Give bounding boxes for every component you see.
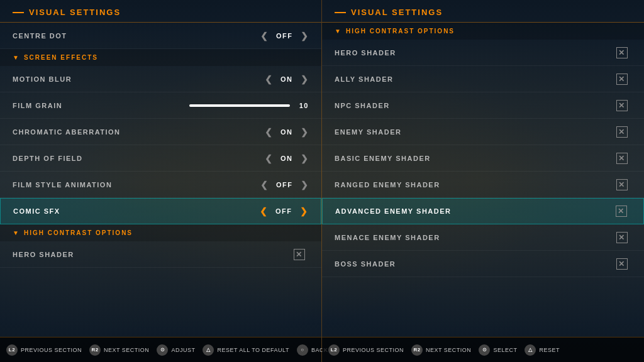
hero-shader-label-right: HERO SHADER	[335, 49, 613, 57]
setting-basic-enemy-shader[interactable]: BASIC ENEMY SHADER ✕	[322, 145, 644, 172]
setting-advanced-enemy-shader[interactable]: ADVANCED ENEMY SHADER ✕	[322, 198, 644, 224]
high-contrast-label-left: HIGH CONTRAST OPTIONS	[24, 229, 133, 236]
ally-shader-x: ✕	[616, 74, 628, 85]
menace-enemy-shader-label: MENACE ENEMY SHADER	[335, 234, 613, 241]
boss-shader-checkbox[interactable]: ✕	[613, 258, 631, 270]
setting-chromatic-aberration[interactable]: CHROMATIC ABERRATION ❮ ON ❯	[0, 119, 321, 145]
film-style-animation-label: FILM STYLE ANIMATION	[13, 181, 260, 189]
setting-motion-blur[interactable]: MOTION BLUR ❮ ON ❯	[0, 66, 321, 92]
high-contrast-label-right: HIGH CONTRAST OPTIONS	[346, 28, 455, 35]
film-style-animation-val: OFF	[276, 181, 293, 189]
chromatic-aberration-value: ❮ ON ❯	[265, 127, 309, 137]
setting-hero-shader-left[interactable]: HERO SHADER ✕	[0, 241, 321, 268]
hero-shader-checkbox-right[interactable]: ✕	[613, 47, 631, 58]
setting-boss-shader[interactable]: BOSS SHADER ✕	[322, 251, 644, 277]
right-panel: VISUAL SETTINGS ▼ HIGH CONTRAST OPTIONS …	[322, 0, 644, 362]
motion-blur-value: ❮ ON ❯	[265, 74, 309, 84]
centre-dot-val: OFF	[276, 32, 293, 40]
high-contrast-header-right: ▼ HIGH CONTRAST OPTIONS	[322, 23, 644, 40]
setting-menace-enemy-shader[interactable]: MENACE ENEMY SHADER ✕	[322, 224, 644, 251]
left-prev-section[interactable]: L2 PREVIOUS SECTION	[6, 344, 82, 356]
right-reset[interactable]: △ RESET	[525, 344, 560, 356]
left-reset-label: RESET ALL TO DEFAULT	[217, 347, 289, 353]
motion-blur-arrow-right[interactable]: ❯	[301, 74, 309, 84]
hero-shader-checkbox-left[interactable]: ✕	[290, 249, 309, 260]
film-grain-track[interactable]	[189, 104, 290, 107]
left-panel-title: VISUAL SETTINGS	[0, 0, 321, 23]
npc-shader-checkbox[interactable]: ✕	[613, 100, 631, 111]
setting-ally-shader[interactable]: ALLY SHADER ✕	[322, 66, 644, 92]
left-adjust[interactable]: ⊙ ADJUST	[157, 344, 195, 356]
film-grain-value: 10	[296, 102, 309, 109]
film-grain-label: FILM GRAIN	[13, 102, 161, 109]
setting-hero-shader-right[interactable]: HERO SHADER ✕	[322, 40, 644, 66]
film-grain-fill	[189, 104, 290, 107]
r-select-badge: ⊙	[479, 344, 490, 356]
basic-enemy-shader-x: ✕	[616, 153, 628, 164]
setting-depth-of-field[interactable]: DEPTH OF FIELD ❮ ON ❯	[0, 145, 321, 172]
motion-blur-label: MOTION BLUR	[13, 75, 265, 83]
right-next-section[interactable]: R2 NEXT SECTION	[411, 344, 471, 356]
right-reset-label: RESET	[539, 347, 560, 353]
right-select[interactable]: ⊙ SELECT	[479, 344, 517, 356]
left-bottom-bar: L2 PREVIOUS SECTION R2 NEXT SECTION ⊙ AD…	[0, 337, 321, 362]
comic-sfx-arrow-left[interactable]: ❮	[260, 206, 269, 216]
centre-dot-arrow-left[interactable]: ❮	[260, 31, 269, 41]
film-style-animation-arrow-left[interactable]: ❮	[260, 180, 269, 190]
hero-shader-x-right: ✕	[616, 47, 628, 58]
high-contrast-header-left: ▼ HIGH CONTRAST OPTIONS	[0, 224, 321, 241]
comic-sfx-val: OFF	[275, 207, 292, 215]
chromatic-aberration-arrow-right[interactable]: ❯	[301, 127, 309, 137]
enemy-shader-checkbox[interactable]: ✕	[613, 126, 631, 138]
high-contrast-arrow-right: ▼	[335, 28, 342, 35]
setting-centre-dot[interactable]: CENTRE DOT ❮ OFF ❯	[0, 23, 321, 49]
right-panel-title: VISUAL SETTINGS	[322, 0, 644, 23]
advanced-enemy-shader-checkbox[interactable]: ✕	[612, 206, 631, 217]
comic-sfx-label: COMIC SFX	[13, 207, 260, 215]
screen-effects-header: ▼ SCREEN EFFECTS	[0, 49, 321, 66]
centre-dot-label: CENTRE DOT	[13, 32, 260, 40]
hero-shader-label-left: HERO SHADER	[13, 251, 290, 258]
comic-sfx-arrow-right[interactable]: ❯	[300, 206, 309, 216]
right-settings-content: ▼ HIGH CONTRAST OPTIONS HERO SHADER ✕ AL…	[322, 23, 644, 362]
setting-film-style-animation[interactable]: FILM STYLE ANIMATION ❮ OFF ❯	[0, 172, 321, 198]
right-prev-section[interactable]: L2 PREVIOUS SECTION	[328, 344, 404, 356]
l2-badge: L2	[6, 344, 18, 356]
ranged-enemy-shader-x: ✕	[616, 179, 628, 190]
left-adjust-label: ADJUST	[171, 347, 195, 353]
ally-shader-checkbox[interactable]: ✕	[613, 74, 631, 85]
r-r2-badge: R2	[411, 344, 423, 356]
centre-dot-value: ❮ OFF ❯	[260, 31, 309, 41]
depth-of-field-arrow-right[interactable]: ❯	[301, 153, 309, 163]
motion-blur-arrow-left[interactable]: ❮	[265, 74, 274, 84]
centre-dot-arrow-right[interactable]: ❯	[301, 31, 309, 41]
chromatic-aberration-label: CHROMATIC ABERRATION	[13, 128, 265, 136]
comic-sfx-value: ❮ OFF ❯	[260, 206, 309, 216]
menace-enemy-shader-checkbox[interactable]: ✕	[613, 232, 631, 243]
setting-enemy-shader[interactable]: ENEMY SHADER ✕	[322, 119, 644, 145]
basic-enemy-shader-checkbox[interactable]: ✕	[613, 153, 631, 164]
setting-film-grain[interactable]: FILM GRAIN 10	[0, 92, 321, 119]
right-prev-label: PREVIOUS SECTION	[343, 347, 404, 353]
film-grain-slider-container: 10	[161, 102, 309, 109]
hero-shader-checkbox-x-left: ✕	[294, 249, 305, 260]
left-next-section[interactable]: R2 NEXT SECTION	[89, 344, 149, 356]
left-prev-label: PREVIOUS SECTION	[21, 347, 82, 353]
depth-of-field-arrow-left[interactable]: ❮	[265, 153, 274, 163]
r2-badge: R2	[89, 344, 101, 356]
enemy-shader-x: ✕	[616, 126, 628, 138]
ranged-enemy-shader-checkbox[interactable]: ✕	[613, 179, 631, 190]
npc-shader-x: ✕	[616, 100, 628, 111]
depth-of-field-label: DEPTH OF FIELD	[13, 155, 265, 162]
setting-ranged-enemy-shader[interactable]: RANGED ENEMY SHADER ✕	[322, 172, 644, 198]
advanced-enemy-shader-x: ✕	[616, 206, 627, 217]
setting-comic-sfx[interactable]: COMIC SFX ❮ OFF ❯	[0, 198, 321, 224]
chromatic-aberration-arrow-left[interactable]: ❮	[265, 127, 274, 137]
film-style-animation-arrow-right[interactable]: ❯	[301, 180, 309, 190]
left-title-text: VISUAL SETTINGS	[29, 8, 121, 17]
left-reset[interactable]: △ RESET ALL TO DEFAULT	[203, 344, 289, 356]
setting-npc-shader[interactable]: NPC SHADER ✕	[322, 92, 644, 119]
screen-effects-arrow: ▼	[13, 54, 20, 61]
r-l2-badge: L2	[328, 344, 340, 356]
enemy-shader-label: ENEMY SHADER	[335, 128, 613, 136]
